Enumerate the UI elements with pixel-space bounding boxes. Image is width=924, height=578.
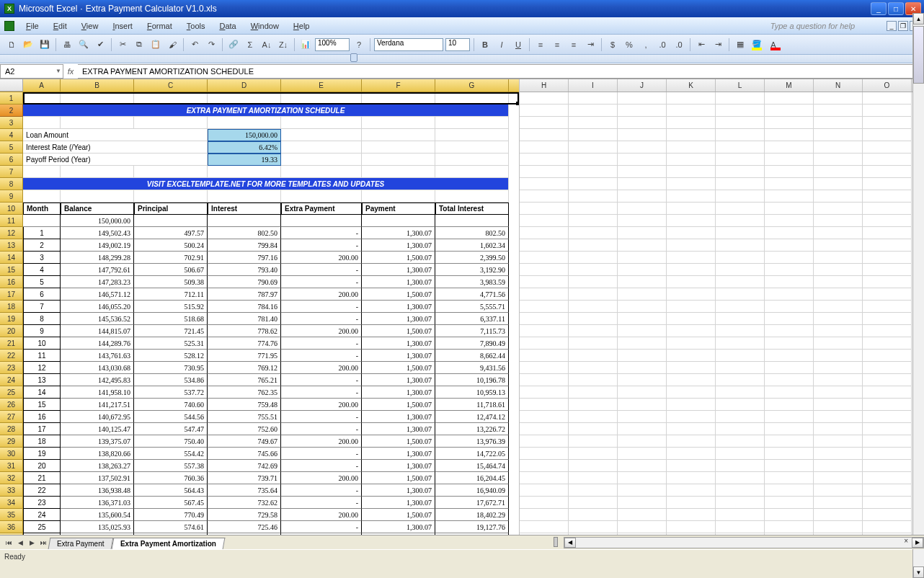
table-cell[interactable]: 20	[23, 460, 61, 472]
table-cell[interactable]: 1,300.07	[362, 460, 435, 472]
table-cell[interactable]: 15	[23, 399, 61, 411]
sheet-tab-0[interactable]: Extra Payment	[48, 538, 113, 549]
tab-prev-button[interactable]: ◀	[14, 537, 26, 548]
table-cell[interactable]: -	[281, 276, 362, 288]
align-center-button[interactable]: ≡	[550, 37, 564, 52]
table-cell[interactable]: 149,002.19	[61, 239, 134, 252]
table-cell[interactable]: -	[281, 497, 362, 509]
table-cell[interactable]: 528.12	[134, 350, 208, 362]
table-cell[interactable]: 752.60	[208, 423, 281, 435]
cell[interactable]	[281, 92, 362, 105]
row-header-10[interactable]: 10	[0, 203, 23, 215]
cell[interactable]	[61, 190, 134, 203]
table-cell[interactable]: 142,495.83	[61, 374, 134, 386]
loan-label[interactable]: Loan Amount	[23, 129, 208, 141]
row-header-29[interactable]: 29	[0, 435, 23, 448]
cell[interactable]	[281, 190, 362, 203]
row-header-33[interactable]: 33	[0, 484, 23, 497]
cell[interactable]	[23, 117, 61, 129]
menu-format[interactable]: Format	[141, 20, 178, 32]
table-cell[interactable]: 1,500.07	[362, 325, 435, 337]
doc-minimize-button[interactable]: _	[887, 21, 897, 31]
tab-close-icon[interactable]: ×	[904, 537, 908, 545]
table-cell[interactable]: 24	[23, 509, 61, 521]
cell[interactable]	[362, 166, 435, 178]
scroll-left-button[interactable]: ◀	[564, 538, 576, 548]
table-cell[interactable]: 712.11	[134, 288, 208, 301]
col-header-M[interactable]: M	[765, 79, 814, 92]
table-cell[interactable]: 3,983.59	[435, 276, 509, 288]
table-cell[interactable]: 4	[23, 264, 61, 276]
row-header-3[interactable]: 3	[0, 117, 23, 129]
row-header-20[interactable]: 20	[0, 325, 23, 337]
new-button[interactable]: 🗋	[4, 37, 19, 52]
table-cell[interactable]: 2,399.50	[435, 252, 509, 264]
row-header-14[interactable]: 14	[0, 252, 23, 264]
table-cell[interactable]: 802.50	[435, 227, 509, 239]
percent-button[interactable]: %	[622, 37, 636, 52]
cell[interactable]	[208, 190, 281, 203]
table-cell[interactable]: 9,431.56	[435, 362, 509, 374]
table-cell[interactable]: 784.16	[208, 301, 281, 313]
table-cell[interactable]: 1,300.07	[362, 521, 435, 533]
menu-data[interactable]: Data	[213, 20, 241, 32]
row-header-13[interactable]: 13	[0, 239, 23, 252]
table-cell[interactable]: 725.46	[208, 521, 281, 533]
table-cell[interactable]: 200.00	[281, 288, 362, 301]
name-box[interactable]: A2 ▼	[0, 64, 63, 79]
menu-window[interactable]: Window	[245, 20, 285, 32]
fx-button[interactable]: fx	[63, 67, 78, 76]
font-color-button[interactable]: A	[766, 37, 781, 52]
table-cell[interactable]: 781.40	[208, 313, 281, 325]
row-header-23[interactable]: 23	[0, 362, 23, 374]
table-cell[interactable]: -	[281, 423, 362, 435]
vertical-scrollbar[interactable]: ▲ ▼	[912, 79, 924, 535]
table-cell[interactable]: 525.31	[134, 337, 208, 350]
menu-insert[interactable]: Insert	[107, 20, 138, 32]
table-cell[interactable]: 7,890.49	[435, 337, 509, 350]
row-header-4[interactable]: 4	[0, 129, 23, 141]
table-cell[interactable]: 740.60	[134, 399, 208, 411]
table-cell[interactable]: 143,761.63	[61, 350, 134, 362]
table-cell[interactable]: 755.51	[208, 411, 281, 423]
table-cell[interactable]: 702.91	[134, 252, 208, 264]
table-cell[interactable]: 16,204.45	[435, 472, 509, 484]
table-cell[interactable]: 765.21	[208, 374, 281, 386]
table-cell[interactable]: 3,192.90	[435, 264, 509, 276]
table-cell[interactable]: 16	[23, 411, 61, 423]
cell[interactable]	[61, 166, 134, 178]
rate-label[interactable]: Interest Rate (/Year)	[23, 141, 208, 154]
table-cell[interactable]: 1,300.07	[362, 239, 435, 252]
row-header-26[interactable]: 26	[0, 399, 23, 411]
cell[interactable]	[134, 190, 208, 203]
format-painter-button[interactable]: 🖌	[165, 37, 179, 52]
cell[interactable]	[281, 166, 362, 178]
font-name-select[interactable]: Verdana	[374, 38, 443, 51]
table-cell[interactable]: 537.72	[134, 386, 208, 399]
col-extra-payment[interactable]: Extra Payment	[281, 203, 362, 215]
chart-button[interactable]: 📊	[298, 37, 313, 52]
table-cell[interactable]: 6	[23, 288, 61, 301]
table-cell[interactable]: 23	[23, 497, 61, 509]
table-cell[interactable]: 140,672.95	[61, 411, 134, 423]
currency-button[interactable]: $	[605, 37, 620, 52]
table-cell[interactable]: 11	[23, 350, 61, 362]
table-cell[interactable]: 15,464.74	[435, 460, 509, 472]
table-cell[interactable]: 1	[23, 227, 61, 239]
table-cell[interactable]: -	[281, 521, 362, 533]
table-cell[interactable]: 144,815.07	[61, 325, 134, 337]
increase-indent-button[interactable]: ⇥	[711, 37, 725, 52]
tab-next-button[interactable]: ▶	[26, 537, 37, 548]
table-cell[interactable]: 760.36	[134, 472, 208, 484]
table-cell[interactable]: 139,375.07	[61, 435, 134, 448]
table-cell[interactable]: 17,672.71	[435, 497, 509, 509]
table-cell[interactable]: 16,940.09	[435, 484, 509, 497]
table-cell[interactable]: 778.62	[208, 325, 281, 337]
table-cell[interactable]: 17	[23, 423, 61, 435]
print-preview-button[interactable]: 🔍	[76, 37, 91, 52]
merge-center-button[interactable]: ⇥	[583, 37, 598, 52]
cell[interactable]	[208, 92, 281, 105]
table-cell[interactable]: 1,602.34	[435, 239, 509, 252]
table-cell[interactable]: 730.95	[134, 362, 208, 374]
comma-button[interactable]: ,	[639, 37, 653, 52]
